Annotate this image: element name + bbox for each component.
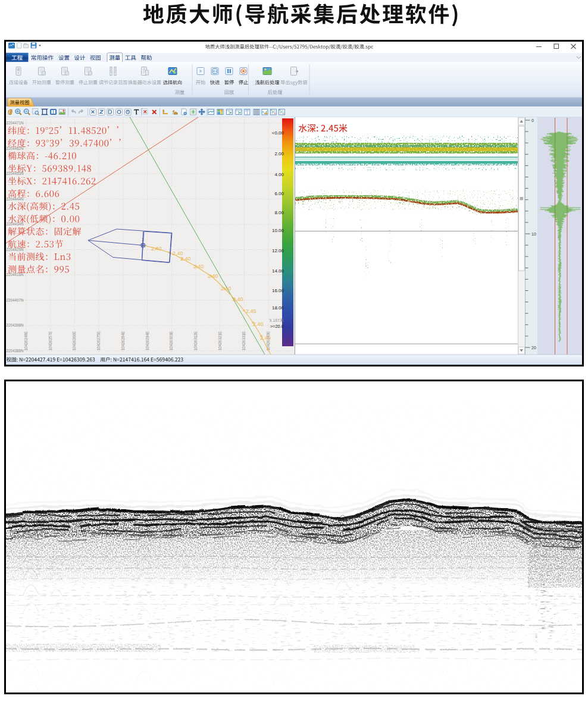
- svg-text:0: 0: [531, 118, 534, 123]
- svg-text:10426303E: 10426303E: [169, 331, 173, 350]
- svg-text:2204453N: 2204453N: [7, 171, 24, 176]
- svg-text:2.40: 2.40: [151, 246, 162, 252]
- svg-text:2.40: 2.40: [180, 256, 191, 262]
- svg-text:10.00: 10.00: [272, 228, 284, 233]
- svg-text:2204407N: 2204407N: [7, 298, 24, 302]
- svg-text:2204471N: 2204471N: [7, 121, 24, 125]
- svg-text:2204398N: 2204398N: [7, 323, 24, 327]
- svg-text:10426331E: 10426331E: [242, 331, 246, 350]
- svg-text:10426257E: 10426257E: [48, 331, 52, 350]
- svg-text:20: 20: [531, 346, 536, 350]
- svg-text:10426266E: 10426266E: [72, 331, 76, 350]
- svg-text:2.40: 2.40: [260, 335, 271, 341]
- svg-text:16.00: 16.00: [272, 288, 284, 293]
- svg-text:10426275E: 10426275E: [96, 331, 101, 350]
- svg-text:2204416N: 2204416N: [7, 272, 24, 277]
- svg-text:4.00: 4.00: [274, 172, 284, 177]
- svg-text:10: 10: [531, 232, 536, 236]
- svg-text:12.00: 12.00: [272, 248, 284, 253]
- svg-text:2204388N: 2204388N: [7, 349, 24, 353]
- svg-text:2.40: 2.40: [208, 273, 218, 279]
- svg-text:>=20.0: >=20.0: [270, 324, 284, 329]
- svg-text:10426284E: 10426284E: [121, 331, 125, 350]
- svg-text:2204462N: 2204462N: [7, 146, 24, 151]
- svg-text:6.00: 6.00: [274, 191, 284, 196]
- svg-text:10426312E: 10426312E: [193, 331, 198, 350]
- svg-text:18.00: 18.00: [272, 305, 284, 311]
- svg-text:1: 1: [142, 237, 144, 242]
- svg-text:2.40: 2.40: [221, 286, 232, 292]
- svg-text:14.00: 14.00: [272, 268, 284, 274]
- svg-text:2.00: 2.00: [274, 151, 284, 156]
- svg-text:10426294E: 10426294E: [145, 331, 149, 350]
- svg-text:2.40: 2.40: [193, 264, 204, 270]
- svg-text:<0.00: <0.00: [272, 130, 284, 136]
- svg-text:8.00: 8.00: [274, 210, 284, 215]
- svg-text:2.45: 2.45: [246, 308, 257, 314]
- svg-text:2204434N: 2204434N: [7, 222, 24, 226]
- svg-text:2.40: 2.40: [233, 296, 243, 302]
- svg-text:10426248E: 10426248E: [24, 331, 28, 350]
- svg-text:10426321E: 10426321E: [218, 331, 222, 350]
- svg-text:2.40: 2.40: [253, 321, 264, 327]
- svg-text:2204425N: 2204425N: [7, 247, 24, 252]
